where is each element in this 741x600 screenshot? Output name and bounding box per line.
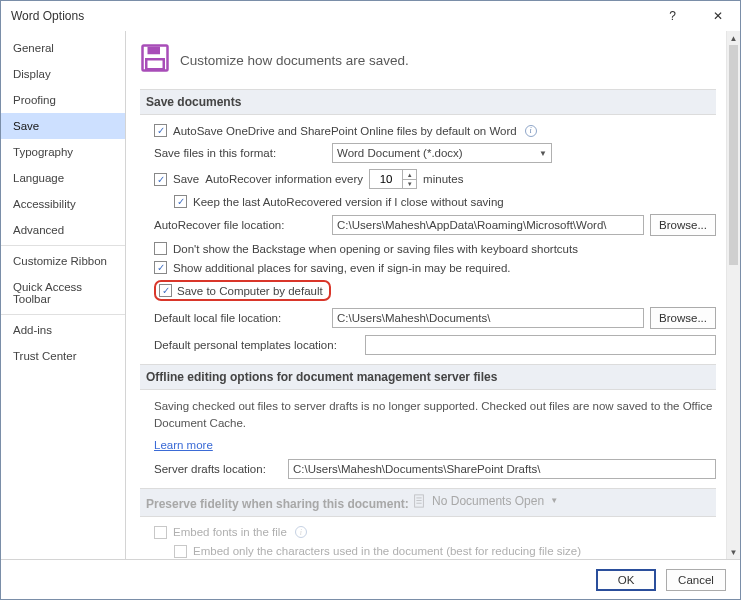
server-drafts-input[interactable] <box>288 459 716 479</box>
svg-rect-2 <box>146 59 164 69</box>
dialog-footer: OK Cancel <box>1 559 740 599</box>
sidebar-item-typography[interactable]: Typography <box>1 139 125 165</box>
section-offline-editing: Offline editing options for document man… <box>140 364 716 390</box>
keep-last-autorecovered-checkbox[interactable]: ✓ <box>174 195 187 208</box>
save-format-value: Word Document (*.docx) <box>337 147 463 159</box>
save-to-computer-checkbox[interactable]: ✓ <box>159 284 172 297</box>
scrollbar-track[interactable] <box>727 45 740 545</box>
sidebar-item-save[interactable]: Save <box>1 113 125 139</box>
show-additional-places-checkbox[interactable]: ✓ <box>154 261 167 274</box>
default-local-location-input[interactable] <box>332 308 644 328</box>
titlebar: Word Options ? ✕ <box>1 1 740 31</box>
info-icon[interactable]: i <box>295 526 307 538</box>
section-preserve-fidelity: Preserve fidelity when sharing this docu… <box>140 488 716 517</box>
word-options-dialog: Word Options ? ✕ General Display Proofin… <box>0 0 741 600</box>
fidelity-doc-combo[interactable]: No Documents Open ▼ <box>412 494 558 508</box>
autorecover-minutes-input[interactable] <box>370 170 402 188</box>
chevron-down-icon: ▼ <box>550 496 558 505</box>
keep-last-autorecovered-label: Keep the last AutoRecovered version if I… <box>193 196 504 208</box>
autorecover-location-label: AutoRecover file location: <box>154 219 326 231</box>
document-icon <box>412 494 426 508</box>
save-format-combo[interactable]: Word Document (*.docx) ▼ <box>332 143 552 163</box>
sidebar-item-add-ins[interactable]: Add-ins <box>1 317 125 343</box>
save-to-computer-highlight: ✓ Save to Computer by default <box>154 280 331 301</box>
ok-button[interactable]: OK <box>596 569 656 591</box>
spinner-down-icon[interactable]: ▼ <box>402 179 416 188</box>
sidebar-item-customize-ribbon[interactable]: Customize Ribbon <box>1 248 125 274</box>
default-local-browse-button[interactable]: Browse... <box>650 307 716 329</box>
svg-rect-1 <box>148 47 161 55</box>
sidebar-item-proofing[interactable]: Proofing <box>1 87 125 113</box>
embed-subset-label: Embed only the characters used in the do… <box>193 545 581 557</box>
learn-more-link[interactable]: Learn more <box>154 439 213 451</box>
embed-fonts-label: Embed fonts in the file <box>173 526 287 538</box>
save-big-icon <box>140 43 170 77</box>
svg-rect-6 <box>416 503 421 504</box>
no-backstage-label: Don't show the Backstage when opening or… <box>173 243 578 255</box>
autorecover-label-suffix: minutes <box>423 173 463 185</box>
sidebar-item-general[interactable]: General <box>1 35 125 61</box>
default-local-location-label: Default local file location: <box>154 312 326 324</box>
autorecover-checkbox[interactable]: ✓ <box>154 173 167 186</box>
templates-location-input[interactable] <box>365 335 716 355</box>
spinner-up-icon[interactable]: ▲ <box>402 170 416 179</box>
scroll-down-icon[interactable]: ▼ <box>727 545 740 559</box>
offline-note: Saving checked out files to server draft… <box>140 396 716 435</box>
no-backstage-checkbox[interactable] <box>154 242 167 255</box>
sidebar-item-display[interactable]: Display <box>1 61 125 87</box>
server-drafts-label: Server drafts location: <box>154 463 282 475</box>
autosave-online-checkbox[interactable]: ✓ <box>154 124 167 137</box>
embed-fonts-checkbox[interactable] <box>154 526 167 539</box>
chevron-down-icon: ▼ <box>539 149 547 158</box>
page-heading: Customize how documents are saved. <box>180 53 409 68</box>
autorecover-minutes-spinner[interactable]: ▲ ▼ <box>369 169 417 189</box>
autosave-online-label: AutoSave OneDrive and SharePoint Online … <box>173 125 517 137</box>
fidelity-doc-value: No Documents Open <box>432 494 544 508</box>
cancel-button[interactable]: Cancel <box>666 569 726 591</box>
autorecover-label-mid: AutoRecover information every <box>205 173 363 185</box>
svg-rect-4 <box>416 497 421 498</box>
sidebar-item-language[interactable]: Language <box>1 165 125 191</box>
sidebar: General Display Proofing Save Typography… <box>1 31 126 559</box>
save-format-label: Save files in this format: <box>154 147 326 159</box>
sidebar-item-advanced[interactable]: Advanced <box>1 217 125 243</box>
close-icon: ✕ <box>713 9 723 23</box>
show-additional-places-label: Show additional places for saving, even … <box>173 262 511 274</box>
templates-location-label: Default personal templates location: <box>154 339 359 351</box>
help-icon: ? <box>669 9 676 23</box>
save-to-computer-label: Save to Computer by default <box>177 285 323 297</box>
autorecover-label-prefix: Save <box>173 173 199 185</box>
content-pane: Customize how documents are saved. Save … <box>126 31 740 559</box>
close-button[interactable]: ✕ <box>695 1 740 31</box>
info-icon[interactable]: i <box>525 125 537 137</box>
window-title: Word Options <box>11 9 650 23</box>
sidebar-item-trust-center[interactable]: Trust Center <box>1 343 125 369</box>
embed-subset-checkbox <box>174 545 187 558</box>
scrollbar-thumb[interactable] <box>729 45 738 265</box>
sidebar-item-accessibility[interactable]: Accessibility <box>1 191 125 217</box>
fidelity-title: Preserve fidelity when sharing this docu… <box>146 497 409 511</box>
section-save-documents: Save documents <box>140 89 716 115</box>
svg-rect-5 <box>416 500 421 501</box>
vertical-scrollbar[interactable]: ▲ ▼ <box>726 31 740 559</box>
scroll-up-icon[interactable]: ▲ <box>727 31 740 45</box>
autorecover-browse-button[interactable]: Browse... <box>650 214 716 236</box>
autorecover-location-input[interactable] <box>332 215 644 235</box>
help-button[interactable]: ? <box>650 1 695 31</box>
sidebar-item-quick-access-toolbar[interactable]: Quick Access Toolbar <box>1 274 125 312</box>
